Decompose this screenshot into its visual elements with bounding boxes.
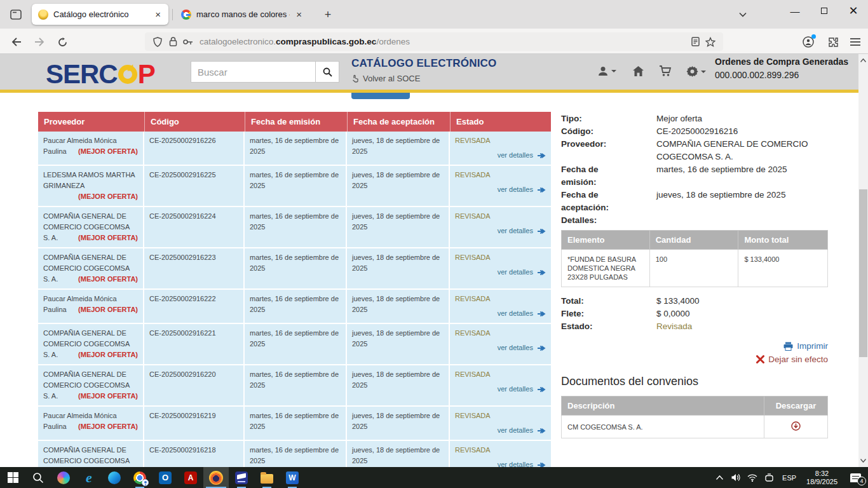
scroll-up-arrow[interactable] [858,55,868,65]
reload-button[interactable] [53,34,71,50]
ver-detalles-link[interactable]: ver detalles [455,342,546,353]
orders-tbody: Paucar Almeida Mónica Paulina (MEJOR OFE… [38,132,551,467]
firefox-view-icon[interactable] [6,7,25,22]
ver-detalles-link[interactable]: ver detalles [455,308,546,319]
detail-field-label: Proveedor: [561,138,656,163]
chrome-icon[interactable] [127,467,153,488]
window-close-button[interactable]: ✕ [839,0,868,22]
document-download[interactable] [764,416,828,438]
account-icon[interactable] [799,34,817,50]
ver-detalles-link[interactable]: ver detalles [455,226,546,236]
internet-explorer-icon[interactable]: e [76,467,102,488]
new-tab-button[interactable]: + [320,6,336,23]
status-cell: REVISADAver detalles [450,407,551,441]
ver-detalles-link[interactable]: ver detalles [455,425,546,436]
tab-list-chevron-icon[interactable] [735,7,751,22]
edge-icon[interactable] [102,467,127,488]
ver-detalles-link[interactable]: ver detalles [455,184,546,195]
best-offer-label: (MEJOR OFERTA) [78,349,138,360]
url-text[interactable]: catalogoelectronico.compraspublicas.gob.… [200,37,688,46]
documents-heading: Documentos del convenios [561,375,828,388]
file-explorer-icon[interactable] [254,467,280,488]
status-cell: REVISADAver detalles [450,132,551,166]
order-detail-panel: Tipo:Mejor ofertaCódigo:CE-2025000291621… [561,112,828,438]
detail-field-value [656,214,828,227]
ver-detalles-link[interactable]: ver detalles [455,384,546,395]
screen: Catálogo electrónico × marco manos de co… [0,0,868,488]
firefox-icon[interactable] [203,467,229,488]
status-badge: REVISADA [455,328,546,339]
capture-icon[interactable] [761,467,777,488]
arrow-right-icon [538,152,546,159]
sercop-logo[interactable]: SERCP [46,59,155,90]
tray-chevron-icon[interactable] [711,467,728,488]
item-quantity: 100 [649,250,738,287]
total-row: Total:$ 133,4000 [561,295,828,308]
provider-cell: COMPAÑIA GENERAL DE COMERCIO COGECOMSA S… [38,207,144,248]
scroll-down-arrow[interactable] [858,456,868,466]
tab-catalogo-electronico[interactable]: Catálogo electrónico × [32,4,168,25]
order-items-table: Elemento Cantidad Monto total *FUNDA DE … [561,230,828,287]
language-indicator[interactable]: ESP [777,474,801,482]
search-input[interactable] [191,61,316,83]
ver-detalles-link[interactable]: ver detalles [455,150,546,161]
status-cell: REVISADAver detalles [450,441,551,467]
tab-google-search[interactable]: marco manos de colores - Busca × [175,4,309,25]
best-offer-label: (MEJOR OFERTA) [78,191,138,202]
order-code: CE-20250002916225 [144,166,245,207]
menu-hamburger-icon[interactable] [846,34,864,50]
taskbar-search-button[interactable] [25,467,51,488]
forward-button[interactable] [31,34,48,50]
detail-field-row: Detalles: [561,214,828,227]
clock[interactable]: 8:32 18/9/2025 [801,470,843,486]
home-icon[interactable] [632,65,644,77]
volume-icon[interactable] [728,467,744,488]
url-bar[interactable]: catalogoelectronico.compraspublicas.gob.… [145,32,723,51]
wifi-icon[interactable] [744,467,761,488]
order-code: CE-20250002916221 [144,324,245,365]
tab-close-icon[interactable]: × [295,9,303,20]
permissions-key-icon[interactable] [180,39,196,45]
order-row: COMPAÑIA GENERAL DE COMERCIO COGECOMSA S… [38,207,551,248]
window-restore-button[interactable] [810,0,839,22]
window-minimize-button[interactable]: — [780,0,810,22]
settings-gear-icon[interactable] [686,65,706,78]
notification-center-icon[interactable]: 4 [843,467,868,488]
outlook-icon[interactable]: O [153,467,178,488]
void-order-link[interactable]: Dejar sin efecto [561,353,828,366]
print-link[interactable]: Imprimir [561,339,828,353]
tab-close-icon[interactable]: × [154,9,162,20]
tab-title: Catálogo electrónico [53,10,149,19]
notification-count-badge: 4 [857,477,866,485]
cart-icon[interactable] [659,65,672,77]
partially-hidden-button[interactable] [351,93,410,99]
issue-date: martes, 16 de septiembre de 2025 [245,407,347,441]
volver-al-soce-link[interactable]: Volver al SOCE [351,74,496,83]
search-button[interactable] [316,61,339,83]
ver-detalles-link[interactable]: ver detalles [455,267,546,278]
orders-generated-number: 000.000.002.899.296 [715,70,851,80]
back-button[interactable] [8,34,25,50]
ver-detalles-link[interactable]: ver detalles [455,459,546,467]
scrollbar-thumb[interactable] [859,189,867,357]
scan-app-icon[interactable] [229,467,254,488]
best-offer-label: (MEJOR OFERTA) [78,304,138,315]
item-amount: $ 133,4000 [738,250,828,287]
arrow-right-icon [538,269,546,276]
lock-icon[interactable] [165,37,180,46]
copilot-icon[interactable] [51,467,76,488]
reader-mode-icon[interactable] [688,37,703,46]
download-icon [791,421,801,431]
user-menu-icon[interactable] [597,65,616,77]
shield-icon[interactable] [150,37,165,47]
status-badge: REVISADA [455,170,546,180]
word-icon[interactable]: W [280,467,305,488]
bookmark-star-icon[interactable] [703,37,718,47]
page-scrollbar[interactable] [858,54,868,467]
start-button[interactable] [0,467,25,488]
acrobat-icon[interactable]: A [178,467,203,488]
documents-table: Descripción Descargar CM COGECOMSA S. A. [561,396,828,438]
page-title: CATÁLOGO ELECTRÓNICO [351,57,496,70]
extensions-puzzle-icon[interactable] [824,34,841,50]
total-label: Flete: [561,308,656,320]
